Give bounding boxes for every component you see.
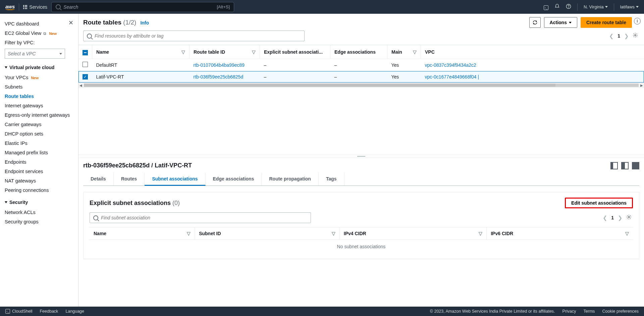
page-number: 1 [618,33,620,39]
view-full-button[interactable] [632,162,639,169]
sidebar-section-security[interactable]: Security [5,198,75,208]
tab-details[interactable]: Details [83,173,114,186]
terms-link[interactable]: Terms [584,309,595,314]
next-page-button[interactable]: ❯ [624,33,629,39]
search-input[interactable] [63,4,214,10]
sort-icon[interactable]: ▽ [181,49,185,55]
terminal-icon: ›_ [5,309,10,314]
table-row[interactable]: DefaultRT rtb-0107064b4ba99ec89 – – Yes … [78,59,644,71]
help-icon[interactable] [566,4,571,10]
info-panel-icon[interactable]: i [634,18,641,24]
search-shortcut: [Alt+S] [217,4,230,9]
route-table-link[interactable]: rtb-036f59ee25cb6825d [190,71,260,83]
sidebar-item-internet-gateways[interactable]: Internet gateways [5,101,75,110]
edit-subnet-associations-button[interactable]: Edit subnet associations [565,198,633,208]
sidebar-item-prefix-lists[interactable]: Managed prefix lists [5,148,75,157]
sidebar-item-nat-gateways[interactable]: NAT gateways [5,176,75,186]
sidebar-item-endpoints[interactable]: Endpoints [5,157,75,167]
view-small-button[interactable] [610,162,618,169]
subnet-filter[interactable] [90,212,311,223]
cloudshell-icon[interactable]: ›_ [544,4,548,10]
tab-route-propagation[interactable]: Route propagation [262,173,318,186]
create-route-table-button[interactable]: Create route table [581,17,632,28]
detail-tabs: Details Routes Subnet associations Edge … [83,173,639,186]
copyright: © 2023, Amazon Web Services India Privat… [430,309,555,314]
refresh-button[interactable] [529,17,541,28]
sidebar-item-subnets[interactable]: Subnets [5,82,75,92]
row-checkbox[interactable] [83,62,88,67]
feedback-link[interactable]: Feedback [40,309,58,314]
tab-tags[interactable]: Tags [319,173,344,186]
search-icon [93,215,98,220]
sort-icon[interactable]: ▽ [187,231,191,236]
sidebar-ec2-global-view[interactable]: EC2 Global View ⧉ New [5,29,75,38]
page-number: 1 [611,215,614,220]
sidebar-item-carrier-gateways[interactable]: Carrier gateways [5,120,75,129]
prev-page-button[interactable]: ❮ [603,215,607,221]
next-page-button[interactable]: ❯ [618,215,622,221]
notifications-icon[interactable] [554,4,560,10]
sidebar-item-elastic-ips[interactable]: Elastic IPs [5,139,75,148]
global-search[interactable]: [Alt+S] [51,2,234,12]
settings-button[interactable] [633,33,639,39]
cloudshell-button[interactable]: ›_ CloudShell [5,309,32,314]
info-link[interactable]: Info [140,20,149,25]
sidebar-item-network-acls[interactable]: Network ACLs [5,208,75,217]
select-all-checkbox[interactable] [83,50,88,55]
region-selector[interactable]: N. Virginia [584,4,608,9]
tab-edge-associations[interactable]: Edge associations [206,173,262,186]
subnet-filter-input[interactable] [101,215,307,220]
services-menu[interactable]: Services [23,4,47,10]
sidebar-item-your-vpcs[interactable]: Your VPCs New [5,73,75,82]
panel-resizer[interactable] [78,155,644,158]
sidebar-section-vpc[interactable]: Virtual private cloud [5,63,75,73]
sort-icon[interactable]: ▽ [252,49,256,55]
refresh-icon [532,20,538,25]
settings-button[interactable] [626,214,633,221]
new-badge: New [49,32,57,36]
sidebar-item-route-tables[interactable]: Route tables [5,92,75,101]
search-icon [56,4,61,9]
sidebar-item-endpoint-services[interactable]: Endpoint services [5,167,75,176]
sort-icon[interactable]: ▽ [479,231,482,236]
privacy-link[interactable]: Privacy [562,309,576,314]
route-tables-table: Name▽ Route table ID▽ Explicit subnet as… [78,45,644,83]
sidebar-vpc-dashboard[interactable]: VPC dashboard [5,19,75,29]
sidebar-item-peering[interactable]: Peering connections [5,186,75,195]
sidebar-item-security-groups[interactable]: Security groups [5,217,75,226]
card-title: Explicit subnet associations (0) [90,200,180,207]
vpc-filter-select[interactable]: Select a VPC [5,49,65,59]
gear-icon [633,33,638,38]
resource-filter[interactable] [83,31,305,41]
view-half-button[interactable] [621,162,629,169]
expand-icon [5,201,7,203]
row-checkbox[interactable]: ✓ [83,74,88,80]
aws-logo[interactable]: aws [5,4,15,10]
tab-subnet-associations[interactable]: Subnet associations [145,173,205,186]
sort-icon[interactable]: ▽ [413,49,417,55]
horizontal-scrollbar[interactable]: ◀ ▶ [78,83,644,88]
route-table-link[interactable]: rtb-0107064b4ba99ec89 [190,59,260,71]
detail-title: rtb-036f59ee25cb6825d / Latif-VPC-RT [83,162,192,169]
language-link[interactable]: Language [65,309,84,314]
prev-page-button[interactable]: ❮ [609,33,613,39]
account-menu[interactable]: latifaws [620,4,639,9]
cookies-link[interactable]: Cookie preferences [602,309,639,314]
sort-icon[interactable]: ▽ [332,231,335,236]
sidebar-item-egress-gateways[interactable]: Egress-only internet gateways [5,110,75,120]
table-row[interactable]: ✓ Latif-VPC-RT rtb-036f59ee25cb6825d – –… [78,71,644,83]
services-label: Services [29,4,47,10]
chevron-down-icon [59,53,62,55]
filter-vpc-label: Filter by VPC: [5,38,75,47]
vpc-link[interactable]: vpc-0837c394f9434a2c2 [421,59,644,71]
tab-routes[interactable]: Routes [114,173,145,186]
top-navigation: aws Services [Alt+S] ›_ N. Virginia lati… [0,0,644,14]
empty-message: No subnet associations [90,240,633,253]
filter-input[interactable] [95,33,301,39]
sidebar-item-dhcp-options[interactable]: DHCP option sets [5,129,75,139]
sidebar: ✕ VPC dashboard EC2 Global View ⧉ New Fi… [0,14,78,307]
actions-button[interactable]: Actions [544,17,577,28]
vpc-link[interactable]: vpc-0c1677e4849668f04 | [421,71,644,83]
close-icon[interactable]: ✕ [68,19,73,27]
sort-icon[interactable]: ▽ [625,231,629,236]
